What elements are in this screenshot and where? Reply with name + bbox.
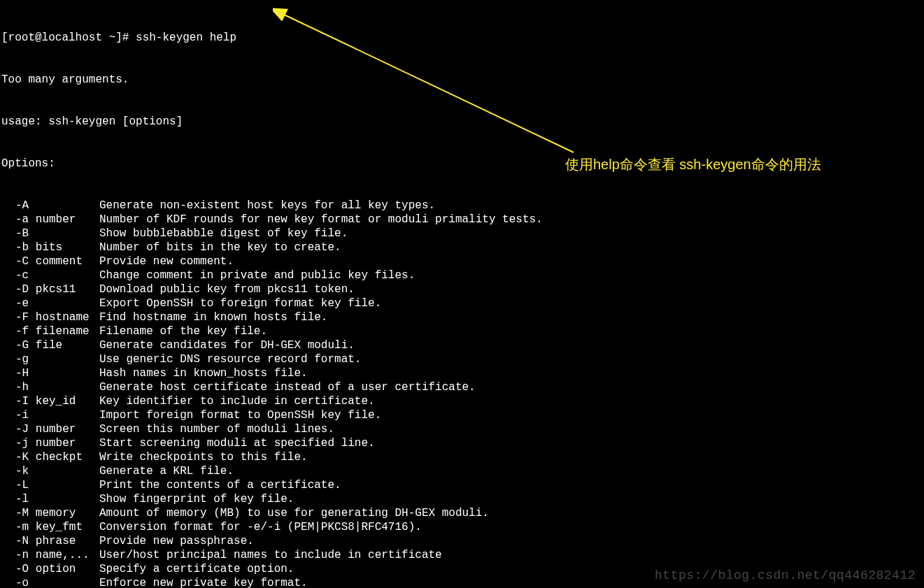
option-row: -C commentProvide new comment. [1, 254, 923, 268]
option-description: Change comment in private and public key… [99, 269, 415, 282]
option-flag: -L [1, 478, 99, 492]
option-flag: -b bits [1, 241, 99, 254]
option-row: -n name,...User/host principal names to … [1, 548, 923, 562]
option-row: -gUse generic DNS resource record format… [1, 352, 923, 366]
option-row: -m key_fmtConversion format for -e/-i (P… [1, 520, 923, 534]
option-flag: -o [1, 576, 99, 588]
option-row: -lShow fingerprint of key file. [1, 492, 923, 506]
options-list: -AGenerate non-existent host keys for al… [1, 199, 923, 588]
option-description: Export OpenSSH to foreign format key fil… [99, 297, 381, 310]
option-description: Filename of the key file. [99, 325, 267, 338]
option-description: Generate non-existent host keys for all … [99, 199, 435, 212]
watermark-text: https://blog.csdn.net/qq446282412 [655, 568, 916, 582]
annotation-text: 使用help命令查看 ssh-keygen命令的用法 [565, 157, 821, 171]
option-flag: -F hostname [1, 310, 99, 324]
option-row: -hGenerate host certificate instead of a… [1, 380, 923, 394]
option-row: -j numberStart screening moduli at speci… [1, 436, 923, 450]
option-row: -iImport foreign format to OpenSSH key f… [1, 408, 923, 422]
option-row: -M memoryAmount of memory (MB) to use fo… [1, 506, 923, 520]
option-description: Download public key from pkcs11 token. [99, 283, 355, 296]
option-row: -LPrint the contents of a certificate. [1, 478, 923, 492]
option-row: -b bitsNumber of bits in the key to crea… [1, 241, 923, 254]
option-description: Specify a certificate option. [99, 563, 294, 575]
option-description: User/host principal names to include in … [99, 549, 442, 561]
option-flag: -j number [1, 436, 99, 450]
option-description: Print the contents of a certificate. [99, 479, 341, 492]
option-flag: -D pkcs11 [1, 282, 99, 296]
option-row: -F hostnameFind hostname in known hosts … [1, 310, 923, 324]
option-description: Number of KDF rounds for new key format … [99, 213, 543, 226]
option-flag: -O option [1, 562, 99, 576]
error-line: Too many arguments. [1, 73, 923, 87]
option-description: Find hostname in known hosts file. [99, 311, 327, 324]
option-row: -cChange comment in private and public k… [1, 268, 923, 282]
option-flag: -g [1, 352, 99, 366]
option-description: Screen this number of moduli lines. [99, 423, 334, 436]
option-flag: -J number [1, 422, 99, 436]
option-row: -I key_idKey identifier to include in ce… [1, 394, 923, 408]
option-row: -a numberNumber of KDF rounds for new ke… [1, 213, 923, 227]
option-description: Hash names in known_hosts file. [99, 367, 308, 380]
option-flag: -n name,... [1, 548, 99, 562]
option-flag: -C comment [1, 254, 99, 268]
option-description: Show fingerprint of key file. [99, 493, 294, 505]
option-flag: -m key_fmt [1, 520, 99, 534]
option-flag: -i [1, 408, 99, 422]
option-description: Generate candidates for DH-GEX moduli. [99, 339, 355, 352]
option-flag: -H [1, 366, 99, 380]
option-flag: -A [1, 199, 99, 213]
option-description: Key identifier to include in certificate… [99, 395, 375, 408]
option-description: Conversion format for -e/-i (PEM|PKCS8|R… [99, 521, 422, 533]
option-description: Write checkpoints to this file. [99, 451, 308, 464]
option-description: Start screening moduli at specified line… [99, 437, 375, 450]
option-flag: -a number [1, 213, 99, 227]
option-flag: -G file [1, 338, 99, 352]
option-row: -J numberScreen this number of moduli li… [1, 422, 923, 436]
option-description: Amount of memory (MB) to use for generat… [99, 507, 489, 519]
option-row: -f filenameFilename of the key file. [1, 324, 923, 338]
option-description: Enforce new private key format. [99, 577, 308, 588]
option-flag: -e [1, 296, 99, 310]
option-description: Number of bits in the key to create. [99, 241, 341, 254]
option-flag: -c [1, 268, 99, 282]
option-description: Generate a KRL file. [99, 465, 234, 478]
option-flag: -K checkpt [1, 450, 99, 464]
option-description: Provide new passphrase. [99, 535, 254, 547]
option-flag: -N phrase [1, 534, 99, 548]
option-row: -kGenerate a KRL file. [1, 464, 923, 478]
option-flag: -I key_id [1, 394, 99, 408]
option-flag: -k [1, 464, 99, 478]
option-flag: -h [1, 380, 99, 394]
option-row: -N phraseProvide new passphrase. [1, 534, 923, 548]
terminal-output[interactable]: [root@localhost ~]# ssh-keygen help Too … [0, 0, 924, 588]
option-description: Import foreign format to OpenSSH key fil… [99, 409, 381, 422]
option-row: -eExport OpenSSH to foreign format key f… [1, 296, 923, 310]
option-flag: -l [1, 492, 99, 506]
option-row: -K checkptWrite checkpoints to this file… [1, 450, 923, 464]
option-flag: -M memory [1, 506, 99, 520]
option-row: -BShow bubblebabble digest of key file. [1, 227, 923, 241]
option-row: -G fileGenerate candidates for DH-GEX mo… [1, 338, 923, 352]
option-flag: -B [1, 227, 99, 241]
option-flag: -f filename [1, 324, 99, 338]
option-row: -HHash names in known_hosts file. [1, 366, 923, 380]
option-description: Provide new comment. [99, 255, 234, 268]
option-row: -AGenerate non-existent host keys for al… [1, 199, 923, 213]
option-row: -D pkcs11Download public key from pkcs11… [1, 282, 923, 296]
command-prompt-line: [root@localhost ~]# ssh-keygen help [1, 31, 923, 45]
option-description: Use generic DNS resource record format. [99, 353, 361, 366]
option-description: Generate host certificate instead of a u… [99, 381, 476, 394]
option-description: Show bubblebabble digest of key file. [99, 227, 348, 240]
usage-line: usage: ssh-keygen [options] [1, 115, 923, 129]
